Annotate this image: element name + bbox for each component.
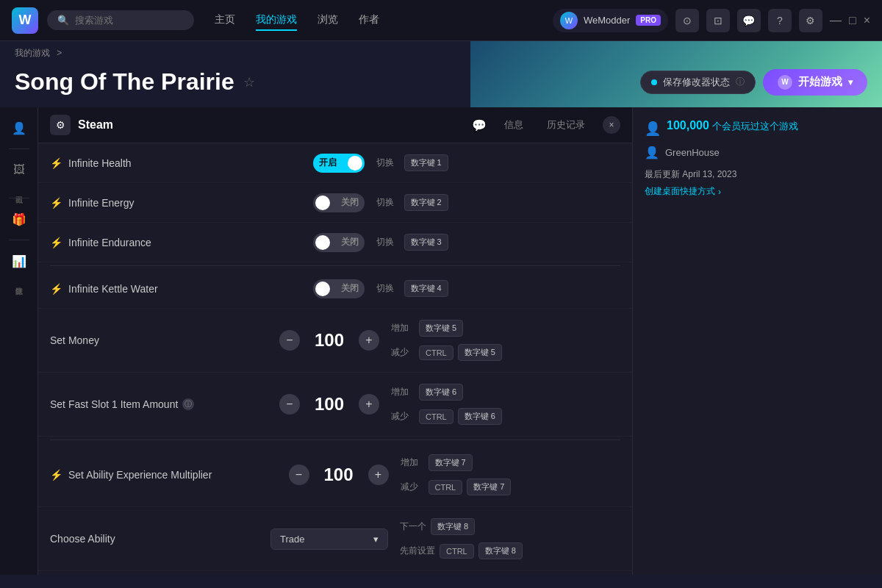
nav-home[interactable]: 主页 (215, 10, 235, 31)
chat-icon[interactable]: 💬 (472, 118, 487, 132)
kb-key-num[interactable]: 数字键 5 (458, 344, 502, 361)
dropdown-choose-ability[interactable]: Trade ▾ (270, 528, 388, 550)
search-input[interactable] (75, 15, 184, 26)
section-header: ⚙ Steam 💬 信息 历史记录 × (38, 107, 632, 143)
cheat-divider-2 (50, 440, 620, 440)
sidebar-divider-3 (9, 240, 29, 240)
cheat-info-icon[interactable]: ⓘ (182, 398, 194, 410)
toggle-infinite-endurance[interactable]: 关闭 (313, 233, 365, 252)
kb-key-num[interactable]: 数字键 6 (458, 408, 502, 425)
stepper-decrement-ability-exp[interactable]: − (289, 465, 309, 485)
keybind-row: 切换 数字键 2 (376, 190, 621, 215)
toggle-circle (348, 156, 362, 171)
kb-key-ctrl[interactable]: CTRL (429, 480, 463, 495)
kb-key[interactable]: 数字键 7 (429, 454, 473, 471)
lightning-icon: ⚡ (50, 157, 62, 169)
right-panel: 👤 100,000 个会员玩过这个游戏 👤 GreenHouse 最后更新 Ap… (632, 107, 882, 575)
nav-links: 主页 我的游戏 浏览 作者 (215, 10, 553, 31)
kb-key-ctrl[interactable]: CTRL (419, 409, 453, 424)
toggle-infinite-energy[interactable]: 关闭 (313, 193, 365, 212)
platform-title: Steam (78, 118, 113, 132)
stepper-decrement-set-money[interactable]: − (279, 330, 300, 351)
kb-key[interactable]: 数字键 4 (404, 280, 448, 297)
shortcut-link[interactable]: 创建桌面快捷方式 › (645, 185, 870, 198)
update-label: 最后更新 (645, 169, 680, 179)
favorite-star-icon[interactable]: ☆ (243, 74, 255, 90)
close-btn[interactable]: × (864, 14, 870, 27)
kb-key[interactable]: 数字键 2 (404, 194, 448, 211)
kb-key[interactable]: 数字键 8 (431, 518, 475, 535)
history-icon-btn[interactable]: ⊡ (706, 9, 730, 32)
game-title: Song Of The Prairie (15, 68, 234, 96)
keybind-set-fast-slot: 增加 数字键 6 减少 CTRL 数字键 6 (379, 380, 620, 429)
save-info-icon: ⓘ (736, 76, 745, 88)
nav-right: W WeModder PRO ⊙ ⊡ 💬 ? ⚙ — □ × (553, 9, 870, 32)
update-row: 最后更新 April 13, 2023 (645, 168, 870, 181)
cheat-name-set-money: Set Money (50, 334, 279, 346)
cheat-name-set-fast-slot: Set Fast Slot 1 Item Amount ⓘ (50, 398, 279, 410)
breadcrumb-my-games[interactable]: 我的游戏 (15, 48, 50, 58)
user-badge[interactable]: W WeModder PRO (553, 9, 668, 32)
profile-icon-btn[interactable]: ⊙ (675, 9, 699, 32)
stepper-increment-set-money[interactable]: + (359, 330, 379, 351)
breadcrumb-sep: > (57, 48, 62, 58)
kb-key-ctrl[interactable]: CTRL (419, 345, 453, 360)
author-name: GreenHouse (665, 147, 720, 158)
kb-action-label: 先前设置 (400, 545, 435, 557)
stepper-decrement-fast-slot[interactable]: − (279, 394, 300, 415)
keybind-row: 切换 数字键 4 (376, 276, 621, 301)
game-header: Song Of The Prairie ☆ 保存修改器状态 ⓘ W 开始游戏 ▾ (0, 65, 882, 107)
sidebar-icon-profile[interactable]: 👤 (6, 115, 32, 141)
username: WeModder (584, 15, 630, 26)
close-panel-button[interactable]: × (603, 116, 620, 134)
wemodder-logo: W (560, 12, 578, 29)
dropdown-chevron-icon: ▾ (373, 534, 379, 545)
kb-key[interactable]: 数字键 6 (419, 384, 463, 401)
toggle-infinite-health[interactable]: 开启 (313, 154, 365, 173)
kb-key-num[interactable]: 数字键 7 (467, 478, 511, 495)
sidebar-icon-stats[interactable]: 📊 (6, 248, 32, 274)
cheat-item-choose-ability: Choose Ability Trade ▾ 下一个 数字键 8 先前设置 CT… (38, 507, 632, 571)
main-content: 👤 🖼 截图 🎁 📊 统计数据 ⚙ Steam 💬 信息 历史记录 × ⚡ (0, 107, 882, 575)
sidebar-icon-gift[interactable]: 🎁 (6, 206, 32, 232)
search-bar[interactable]: 🔍 (47, 10, 194, 30)
nav-author[interactable]: 作者 (359, 10, 379, 31)
kb-key[interactable]: 数字键 1 (404, 154, 448, 171)
nav-browse[interactable]: 浏览 (318, 10, 338, 31)
app-logo: W (12, 7, 38, 34)
toggle-label-off: 关闭 (341, 196, 359, 209)
stepper-increment-fast-slot[interactable]: + (359, 394, 379, 415)
discord-icon-btn[interactable]: 💬 (737, 9, 761, 32)
stepper-increment-ability-exp[interactable]: + (368, 465, 389, 485)
keybind-set-ability-exp: 增加 数字键 7 减少 CTRL 数字键 7 (389, 451, 621, 499)
tab-history[interactable]: 历史记录 (541, 115, 591, 135)
stepper-set-ability-exp: − 100 + (289, 465, 389, 485)
kb-key[interactable]: 数字键 5 (419, 320, 463, 337)
kb-action-label: 切换 (376, 282, 400, 295)
cheat-item-infinite-endurance: ⚡ Infinite Endurance 关闭 切换 数字键 3 (38, 223, 632, 262)
help-icon-btn[interactable]: ? (768, 9, 792, 32)
toggle-circle (315, 282, 330, 296)
tab-info[interactable]: 信息 (498, 115, 529, 135)
shortcut-chevron-icon: › (718, 187, 721, 197)
start-game-button[interactable]: W 开始游戏 ▾ (763, 69, 867, 96)
nav-my-games[interactable]: 我的游戏 (256, 10, 297, 31)
save-status-button[interactable]: 保存修改器状态 ⓘ (640, 71, 756, 94)
game-title-area: Song Of The Prairie ☆ (15, 68, 255, 96)
minimize-btn[interactable]: — (830, 14, 842, 27)
sidebar-icon-screenshot[interactable]: 🖼 (6, 157, 32, 183)
keybind-row-increase: 增加 数字键 7 (401, 451, 621, 475)
kb-key-ctrl[interactable]: CTRL (440, 544, 474, 559)
pro-badge: PRO (636, 15, 661, 26)
maximize-btn[interactable]: □ (849, 14, 856, 27)
settings-icon-btn[interactable]: ⚙ (799, 9, 822, 32)
kb-key[interactable]: 数字键 3 (404, 234, 448, 251)
keybind-row-decrease: 减少 CTRL 数字键 7 (401, 475, 621, 499)
kb-key-num[interactable]: 数字键 8 (478, 542, 523, 559)
kb-action-label: 增加 (391, 322, 415, 334)
lightning-icon: ⚡ (50, 197, 62, 209)
toggle-infinite-kettle-water[interactable]: 关闭 (313, 279, 365, 298)
keybind-row: 切换 数字键 3 (376, 230, 621, 254)
cheat-name-set-ability-exp: Set Ability Experience Multiplier (68, 469, 289, 481)
cheat-name-infinite-kettle-water: Infinite Kettle Water (68, 283, 313, 295)
